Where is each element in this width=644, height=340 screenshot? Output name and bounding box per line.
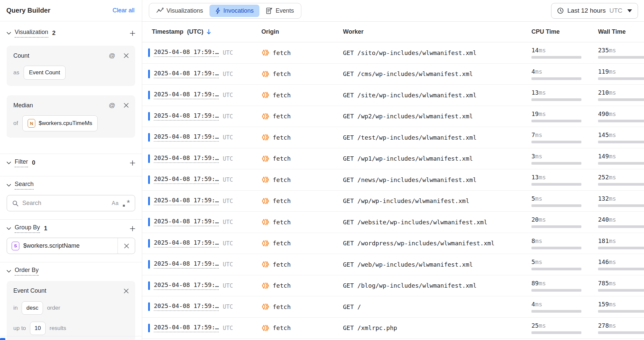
- invocation-row[interactable]: 2025-04-08 17:59:… UTC fetch GET / 4ms 1…: [142, 296, 644, 318]
- column-header-timestamp[interactable]: Timestamp (UTC): [148, 28, 261, 35]
- timestamp-timezone: UTC: [223, 176, 233, 183]
- timestamp-cell: 2025-04-08 17:59:… UTC: [148, 324, 261, 332]
- chevron-down-icon[interactable]: [7, 32, 11, 35]
- invocation-row[interactable]: 2025-04-08 17:59:… UTC fetch GET /sito/w…: [142, 42, 644, 64]
- add-visualization-button[interactable]: [130, 31, 135, 36]
- bolt-icon: [215, 7, 220, 14]
- tab-visualizations[interactable]: Visualizations: [151, 5, 209, 17]
- sort-desc-icon: [206, 29, 211, 35]
- timestamp-value[interactable]: 2025-04-08 17:59:…: [154, 48, 219, 57]
- timestamp-value[interactable]: 2025-04-08 17:59:…: [154, 175, 219, 184]
- wall-time-value: 278ms: [598, 322, 644, 329]
- match-case-icon[interactable]: Aa: [112, 200, 119, 206]
- wall-time-value: 146ms: [598, 258, 644, 265]
- chevron-down-icon[interactable]: [7, 162, 11, 164]
- invocation-row[interactable]: 2025-04-08 17:59:… UTC fetch GET /site/w…: [142, 85, 644, 106]
- timestamp-value[interactable]: 2025-04-08 17:59:…: [154, 218, 219, 226]
- timestamp-value[interactable]: 2025-04-08 17:59:…: [154, 260, 219, 269]
- chevron-down-icon[interactable]: [7, 184, 11, 187]
- filter-section-label[interactable]: Filter: [15, 158, 28, 167]
- group-by-section-label[interactable]: Group By: [15, 224, 40, 233]
- origin-value: fetch: [273, 282, 291, 289]
- invocation-row[interactable]: 2025-04-08 17:59:… UTC fetch GET /news/w…: [142, 169, 644, 191]
- timestamp-value[interactable]: 2025-04-08 17:59:…: [154, 239, 219, 248]
- timestamp-value[interactable]: 2025-04-08 17:59:…: [154, 281, 219, 290]
- up-to-label: up to: [13, 325, 26, 332]
- invocation-row[interactable]: 2025-04-08 17:59:… UTC fetch GET /web/wp…: [142, 254, 644, 275]
- timestamp-cell: 2025-04-08 17:59:… UTC: [148, 175, 261, 184]
- cpu-time-value: 13ms: [531, 174, 598, 181]
- cpu-time-bar: [531, 268, 581, 270]
- origin-cell: fetch: [261, 303, 343, 311]
- wall-time-value: 181ms: [598, 237, 644, 244]
- timestamp-value[interactable]: 2025-04-08 17:59:…: [154, 133, 219, 142]
- origin-cell: fetch: [261, 260, 343, 268]
- timestamp-value[interactable]: 2025-04-08 17:59:…: [154, 91, 219, 99]
- clear-all-link[interactable]: Clear all: [113, 7, 135, 14]
- at-mention-icon[interactable]: @: [109, 102, 115, 109]
- timestamp-timezone: UTC: [223, 134, 233, 141]
- median-field-button[interactable]: N $workers.cpuTimeMs: [22, 115, 98, 131]
- wall-time-bar: [598, 141, 644, 143]
- timestamp-cell: 2025-04-08 17:59:… UTC: [148, 260, 261, 269]
- main-topbar: Visualizations Invocations Events: [142, 0, 644, 22]
- remove-group-by-button[interactable]: [118, 238, 135, 254]
- timestamp-value[interactable]: 2025-04-08 17:59:…: [154, 154, 219, 163]
- search-input[interactable]: [22, 200, 108, 207]
- remove-count-button[interactable]: [124, 53, 129, 58]
- tab-events[interactable]: Events: [260, 5, 300, 17]
- invocation-row[interactable]: 2025-04-08 17:59:… UTC fetch GET /wp1/wp…: [142, 148, 644, 170]
- invocation-row[interactable]: 2025-04-08 17:59:… UTC fetch GET /blog/w…: [142, 275, 644, 297]
- chevron-down-icon[interactable]: [7, 270, 11, 273]
- timestamp-value[interactable]: 2025-04-08 17:59:…: [154, 302, 219, 311]
- invocation-row[interactable]: 2025-04-08 17:59:… UTC fetch GET /xmlrpc…: [142, 318, 644, 339]
- wall-time-bar: [598, 98, 644, 101]
- order-direction-select[interactable]: desc: [22, 301, 43, 315]
- wall-time-cell: 278ms: [598, 322, 644, 334]
- column-header-wall-time[interactable]: Wall Time: [598, 28, 644, 35]
- invocation-row[interactable]: 2025-04-08 17:59:… UTC fetch GET /wp2/wp…: [142, 106, 644, 127]
- add-filter-button[interactable]: [130, 160, 135, 166]
- regex-icon[interactable]: *: [123, 200, 130, 207]
- timestamp-value[interactable]: 2025-04-08 17:59:…: [154, 70, 219, 78]
- cpu-time-value: 5ms: [531, 258, 598, 265]
- column-header-worker[interactable]: Worker: [343, 28, 531, 35]
- visualization-section-label[interactable]: Visualization: [15, 29, 48, 38]
- timestamp-value[interactable]: 2025-04-08 17:59:…: [154, 112, 219, 121]
- invocation-row[interactable]: 2025-04-08 17:59:… UTC fetch GET /test/w…: [142, 127, 644, 148]
- timestamp-tz-label: (UTC): [187, 28, 203, 35]
- timestamp-cell: 2025-04-08 17:59:… UTC: [148, 48, 261, 57]
- origin-value: fetch: [273, 113, 291, 120]
- origin-cell: fetch: [261, 91, 343, 99]
- chevron-down-icon[interactable]: [7, 227, 11, 230]
- invocation-row[interactable]: 2025-04-08 17:59:… UTC fetch GET /cms/wp…: [142, 64, 644, 85]
- invocation-row[interactable]: 2025-04-08 17:59:… UTC fetch GET /wordpr…: [142, 233, 644, 254]
- median-card-title: Median: [13, 102, 33, 109]
- column-header-origin[interactable]: Origin: [261, 28, 343, 35]
- result-limit-input[interactable]: 10: [30, 322, 46, 335]
- search-section-label[interactable]: Search: [15, 181, 34, 190]
- at-mention-icon[interactable]: @: [109, 52, 115, 59]
- time-range-selector[interactable]: Last 12 hours UTC: [551, 3, 638, 19]
- wall-time-value: 119ms: [598, 68, 644, 75]
- add-group-by-button[interactable]: [130, 226, 135, 231]
- column-header-cpu-time[interactable]: CPU Time: [531, 28, 598, 35]
- remove-order-by-button[interactable]: [124, 289, 129, 293]
- timestamp-value[interactable]: 2025-04-08 17:59:…: [154, 197, 219, 205]
- filter-section-header: Filter 0: [7, 154, 135, 167]
- invocation-row[interactable]: 2025-04-08 17:59:… UTC fetch GET /websit…: [142, 212, 644, 233]
- tab-invocations[interactable]: Invocations: [209, 5, 259, 17]
- timestamp-value[interactable]: 2025-04-08 17:59:…: [154, 324, 219, 332]
- order-by-section-label[interactable]: Order By: [15, 267, 39, 276]
- group-by-value[interactable]: S $workers.scriptName: [7, 238, 135, 254]
- count-alias-button[interactable]: Event Count: [24, 66, 66, 80]
- remove-median-button[interactable]: [124, 103, 129, 108]
- worker-request-value: GET /sito/wp-includes/wlwmanifest.xml: [343, 49, 531, 56]
- visualization-section-header: Visualization 2: [7, 29, 135, 38]
- invocation-row[interactable]: 2025-04-08 17:59:… UTC fetch GET /wp/wp-…: [142, 191, 644, 212]
- cpu-time-cell: 8ms: [531, 237, 598, 249]
- cpu-time-bar: [531, 289, 581, 292]
- cpu-time-cell: 25ms: [531, 322, 598, 334]
- row-indicator-bar: [148, 175, 150, 184]
- scroll-fragment: [0, 338, 5, 340]
